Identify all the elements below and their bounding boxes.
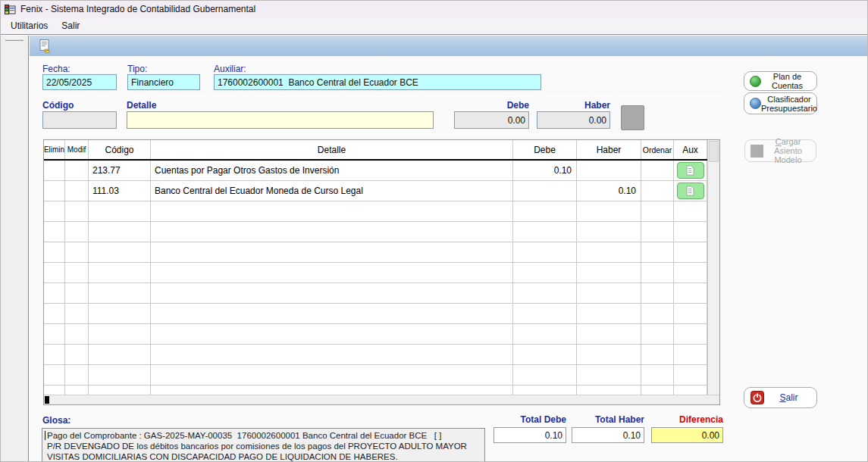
cell-detalle [151,345,513,364]
vertical-scrollbar-thumb[interactable] [709,141,719,162]
cell-elimin[interactable] [44,161,65,180]
haber-label: Haber [537,100,610,111]
table-row-empty[interactable] [44,283,707,304]
add-line-button[interactable] [621,105,644,130]
table-row-empty[interactable] [44,263,707,283]
cell-haber [577,386,641,395]
codigo-input[interactable] [42,111,117,129]
gray-square-icon [750,145,763,158]
col-codigo: Código [89,140,151,159]
debe-input[interactable] [454,111,529,129]
clasificador-label: ClasificadorPresupuestario [761,95,817,113]
cell-elimin[interactable] [44,181,65,201]
cargar-asiento-modelo-button[interactable]: Cargar AsientoModelo [744,139,816,162]
entries-table: Elimin Modif Código Detalle Debe Haber O… [43,139,720,405]
cell-debe [513,263,577,283]
clasificador-presupuestario-button[interactable]: ClasificadorPresupuestario [744,92,817,114]
cell-codigo [89,263,151,283]
tipo-input[interactable] [127,74,200,90]
cell-detalle [151,263,513,283]
col-debe: Debe [513,140,577,159]
cargar-asiento-label: Cargar AsientoModelo [763,137,813,164]
cell-elimin [44,304,65,323]
cell-aux [674,242,707,262]
fecha-input[interactable] [42,74,117,90]
vertical-scrollbar[interactable] [707,140,719,395]
cell-debe: 0.10 [513,161,577,180]
menu-salir[interactable]: Salir [55,18,86,33]
diferencia-label: Diferencia [651,414,723,425]
cell-ordenar [641,201,674,221]
table-row-empty[interactable] [44,222,707,242]
cell-modif[interactable] [65,181,89,201]
col-aux: Aux [674,140,707,159]
plan-de-cuentas-button[interactable]: Plan de Cuentas [744,71,817,91]
glosa-textarea[interactable]: Pago del Comprobante : GAS-2025-MAY-0003… [42,428,485,462]
cell-elimin [44,283,65,303]
cell-debe [513,345,577,364]
toolbar [30,36,868,56]
table-row-empty[interactable] [44,365,707,386]
diferencia-input[interactable] [651,427,723,443]
table-row-empty[interactable] [44,201,707,222]
salir-button[interactable]: Salir [744,387,817,408]
table-row-empty[interactable] [44,345,707,365]
save-voucher-button[interactable] [36,38,53,55]
cell-haber [577,283,641,303]
cell-aux [674,324,707,344]
aux-detail-button[interactable] [677,162,704,179]
cell-codigo [89,222,151,242]
cell-ordenar [641,222,674,242]
cell-aux [674,222,707,242]
table-row-empty[interactable] [44,242,707,263]
cargar-line2: Modelo [774,155,801,164]
total-debe-input[interactable] [494,427,566,443]
plan-de-cuentas-label: Plan de Cuentas [761,72,813,90]
table-row[interactable]: 213.77 Cuentas por Pagar Otros Gastos de… [44,161,707,181]
cell-haber: 0.10 [577,181,641,201]
separator-1 [42,96,722,97]
tipo-label: Tipo: [127,64,147,74]
cell-modif [65,201,89,221]
cell-haber [577,365,641,385]
app-icon [5,4,16,15]
cell-detalle [151,283,513,303]
haber-input[interactable] [537,111,610,129]
cell-ordenar [641,386,674,395]
debe-label: Debe [454,100,529,111]
cell-aux [674,304,707,323]
table-row[interactable]: 111.03 Banco Central del Ecuador Moneda … [44,181,707,201]
horizontal-scrollbar[interactable] [44,395,719,404]
cell-ordenar [641,283,674,303]
cell-debe [513,386,577,395]
table-row-empty[interactable] [44,386,707,395]
cell-debe [513,365,577,385]
aux-detail-button[interactable] [677,183,704,199]
cell-modif [65,304,89,323]
table-row-empty[interactable] [44,324,707,345]
cell-ordenar [641,304,674,323]
detalle-label: Detalle [127,100,156,111]
col-modif: Modif [65,140,89,159]
cell-modif [65,283,89,303]
cell-modif [65,345,89,364]
cell-codigo: 213.77 [89,161,151,180]
power-icon [750,391,764,404]
cell-haber [577,201,641,221]
panel-grip[interactable] [5,38,24,41]
salir-label: Salir [764,393,813,402]
detalle-input[interactable] [127,111,434,129]
total-haber-input[interactable] [572,427,644,443]
cell-aux [674,201,707,221]
cell-haber [577,345,641,364]
document-coins-icon [37,39,52,54]
cell-modif[interactable] [65,161,89,180]
horizontal-scrollbar-thumb[interactable] [45,396,49,404]
auxiliar-input[interactable] [214,74,541,90]
menu-utilitarios[interactable]: Utilitarios [4,18,55,33]
cell-debe [513,222,577,242]
table-row-empty[interactable] [44,304,707,324]
cell-aux [674,345,707,364]
window-title: Fenix - Sistema Integrado de Contabilida… [20,4,255,14]
cell-aux [674,181,707,201]
